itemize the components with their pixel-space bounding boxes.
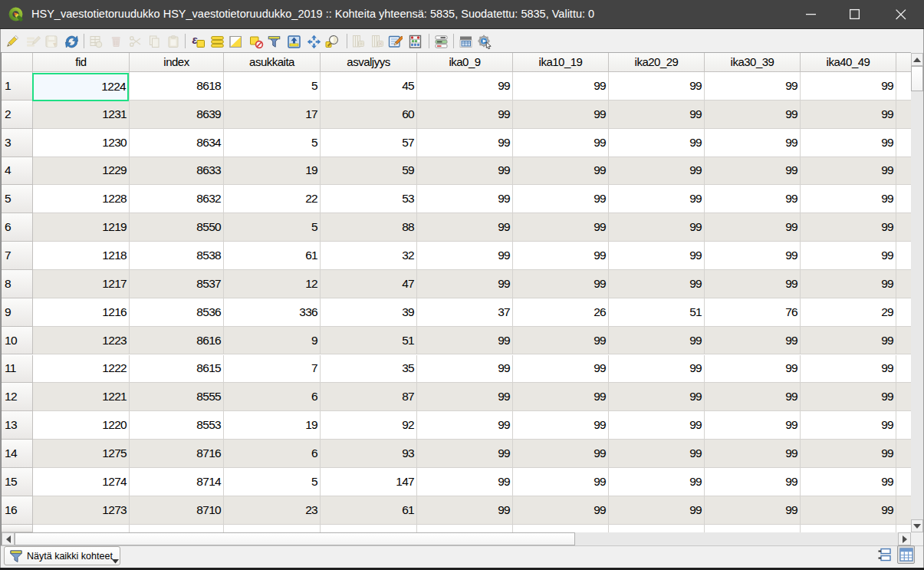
svg-text:ε: ε [192,35,199,46]
